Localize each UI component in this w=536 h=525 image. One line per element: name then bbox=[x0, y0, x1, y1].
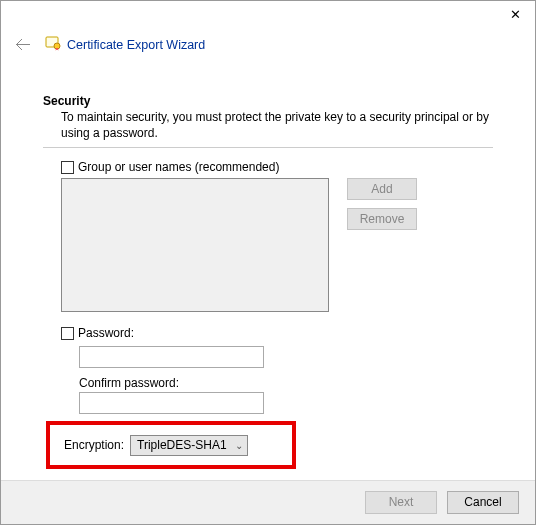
close-button[interactable]: ✕ bbox=[505, 7, 525, 22]
encryption-highlight-box: Encryption: TripleDES-SHA1 ⌄ bbox=[46, 421, 296, 469]
remove-button[interactable]: Remove bbox=[347, 208, 417, 230]
encryption-select[interactable]: TripleDES-SHA1 ⌄ bbox=[130, 435, 248, 456]
section-description: To maintain security, you must protect t… bbox=[43, 110, 493, 147]
confirm-password-label: Confirm password: bbox=[79, 376, 493, 390]
password-input[interactable] bbox=[79, 346, 264, 368]
cancel-button[interactable]: Cancel bbox=[447, 491, 519, 514]
add-button[interactable]: Add bbox=[347, 178, 417, 200]
certificate-icon bbox=[45, 35, 61, 54]
encryption-value: TripleDES-SHA1 bbox=[137, 438, 227, 452]
divider bbox=[43, 147, 493, 148]
header: 🡠 Certificate Export Wizard bbox=[1, 33, 535, 64]
password-checkbox[interactable] bbox=[61, 327, 74, 340]
confirm-password-input[interactable] bbox=[79, 392, 264, 414]
encryption-label: Encryption: bbox=[58, 438, 124, 452]
next-button[interactable]: Next bbox=[365, 491, 437, 514]
password-label: Password: bbox=[78, 326, 134, 340]
content-area: Security To maintain security, you must … bbox=[1, 64, 535, 422]
footer: Next Cancel bbox=[1, 480, 535, 524]
group-label: Group or user names (recommended) bbox=[78, 160, 279, 174]
section-heading: Security bbox=[43, 94, 493, 108]
titlebar: ✕ bbox=[1, 1, 535, 33]
back-arrow-icon[interactable]: 🡠 bbox=[15, 36, 31, 54]
group-listbox[interactable] bbox=[61, 178, 329, 312]
chevron-down-icon: ⌄ bbox=[235, 440, 243, 451]
group-checkbox[interactable] bbox=[61, 161, 74, 174]
wizard-title: Certificate Export Wizard bbox=[67, 38, 205, 52]
